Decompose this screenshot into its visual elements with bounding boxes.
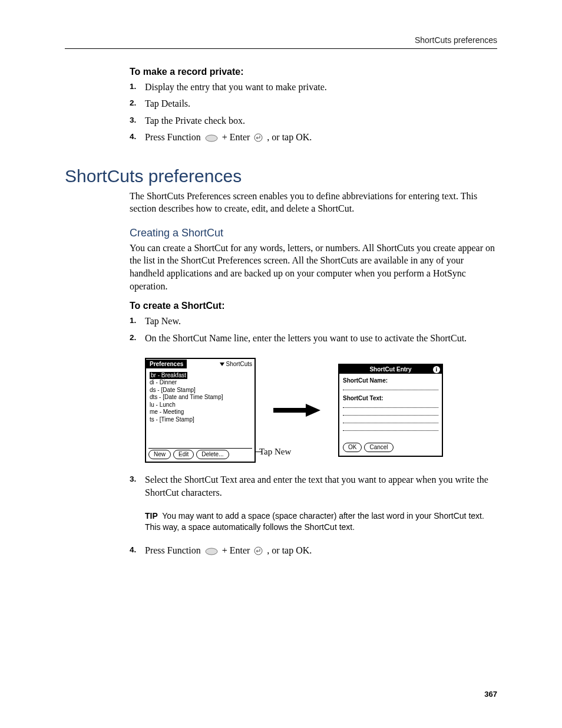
preferences-title: Preferences (146, 360, 187, 368)
cancel-button[interactable]: Cancel (364, 443, 393, 452)
shortcut-name-label: ShortCut Name: (343, 377, 438, 384)
figure-row: Preferences ShortCuts br - Breakfast di … (145, 358, 497, 463)
step: 3.Tap the Private check box. (130, 114, 497, 127)
shortcut-name-input[interactable] (343, 384, 438, 390)
procedure-heading-private: To make a record private: (130, 67, 497, 77)
preferences-screen: Preferences ShortCuts br - Breakfast di … (145, 358, 256, 463)
step-text: Select the ShortCut Text area and enter … (145, 475, 488, 498)
procedure-heading-create: To create a ShortCut: (130, 301, 497, 311)
function-key-icon (205, 133, 218, 146)
list-item[interactable]: ds - [Date Stamp] (148, 387, 252, 394)
edit-button[interactable]: Edit (173, 450, 194, 459)
step-text: Tap New. (145, 316, 181, 326)
svg-point-5 (206, 548, 217, 555)
step: 2.Tap Details. (130, 97, 497, 110)
callout-tap-new: Tap New (259, 447, 291, 457)
subsection-text: You can create a ShortCut for any words,… (130, 242, 497, 292)
step-text-post: , or tap OK. (267, 545, 312, 555)
steps-create: 1.Tap New. 2.On the ShortCut Name line, … (130, 315, 497, 345)
list-item[interactable]: br - Breakfast (148, 372, 252, 380)
list-item[interactable]: ts - [Time Stamp] (148, 416, 252, 424)
list-item[interactable]: me - Meeting (148, 409, 252, 416)
delete-button[interactable]: Delete... (196, 450, 229, 459)
arrow-cell: Tap New (262, 358, 332, 463)
subsection-title: Creating a ShortCut (130, 227, 497, 239)
new-button[interactable]: New (148, 450, 171, 459)
svg-marker-2 (220, 363, 224, 366)
svg-marker-4 (306, 404, 320, 417)
steps-create-cont: 3.Select the ShortCut Text area and ente… (130, 473, 497, 500)
dialog-title: ShortCut Entry i (339, 365, 442, 374)
category-dropdown[interactable]: ShortCuts (220, 360, 254, 368)
info-icon[interactable]: i (433, 366, 440, 373)
svg-point-0 (206, 135, 217, 141)
tip-label: TIP (145, 511, 158, 521)
tip-block: TIP You may want to add a space (space c… (145, 510, 497, 533)
shortcut-text-input[interactable] (343, 424, 438, 431)
list-item[interactable]: lu - Lunch (148, 401, 252, 409)
steps-create-final: 4. Press Function + Enter , or tap OK. (130, 544, 497, 559)
section-intro: The ShortCuts Preferences screen enables… (130, 190, 497, 215)
step-text-mid: + Enter (222, 545, 253, 555)
arrow-icon (273, 404, 320, 417)
tip-text: You may want to add a space (space chara… (145, 511, 484, 532)
chevron-down-icon (220, 363, 224, 366)
section-title: ShortCuts preferences (65, 166, 497, 186)
step-text: Tap Details. (145, 98, 190, 108)
step-text-pre: Press Function (145, 132, 203, 142)
dropdown-label: ShortCuts (226, 361, 252, 367)
step-text: On the ShortCut Name line, enter the let… (145, 333, 467, 343)
preferences-titlebar: Preferences ShortCuts (146, 359, 254, 370)
shortcut-text-input[interactable] (343, 401, 438, 408)
divider (148, 448, 252, 449)
function-key-icon (205, 546, 218, 559)
steps-private: 1.Display the entry that you want to mak… (130, 81, 497, 146)
step-text: Display the entry that you want to make … (145, 82, 327, 92)
step: 2.On the ShortCut Name line, enter the l… (130, 332, 497, 345)
step: 4. Press Function + Enter , or tap OK. (130, 544, 497, 559)
ok-button[interactable]: OK (343, 443, 362, 452)
shortcut-text-input[interactable] (343, 409, 438, 416)
step-text: Tap the Private check box. (145, 116, 245, 126)
shortcut-entry-dialog: ShortCut Entry i ShortCut Name: ShortCut… (338, 364, 443, 457)
step-text-pre: Press Function (145, 545, 203, 555)
step-text-mid: + Enter (222, 132, 253, 142)
running-header: ShortCuts preferences (65, 35, 497, 49)
shortcut-text-label: ShortCut Text: (343, 395, 438, 401)
step: 1.Display the entry that you want to mak… (130, 81, 497, 94)
page-number: 367 (484, 690, 497, 699)
shortcuts-list[interactable]: br - Breakfast di - Dinner ds - [Date St… (146, 370, 254, 424)
list-item[interactable]: dts - [Date and Time Stamp] (148, 394, 252, 401)
step: 4. Press Function + Enter , or tap OK. (130, 131, 497, 146)
step: 1.Tap New. (130, 315, 497, 328)
list-item[interactable]: di - Dinner (148, 379, 252, 387)
enter-key-icon (254, 546, 263, 559)
svg-rect-3 (273, 408, 306, 413)
step-text-post: , or tap OK. (267, 132, 312, 142)
shortcut-text-input[interactable] (343, 417, 438, 423)
step: 3.Select the ShortCut Text area and ente… (130, 473, 497, 500)
enter-key-icon (254, 133, 263, 146)
